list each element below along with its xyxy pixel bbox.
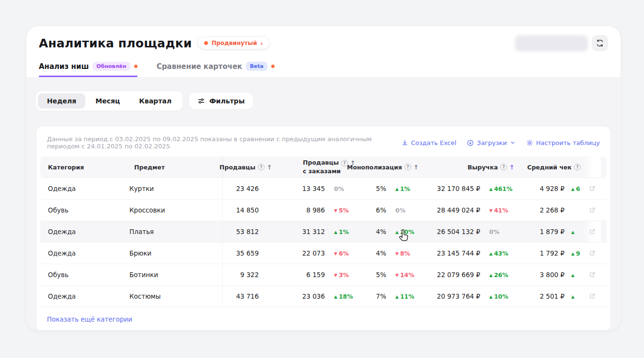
updated-badge: Обновлён bbox=[92, 62, 130, 71]
external-link-icon bbox=[589, 250, 596, 257]
cell-sellers-with-orders: 22 073 bbox=[262, 249, 328, 257]
sort-arrow-icon[interactable]: ↑ bbox=[267, 164, 272, 171]
table-row[interactable]: Одежда Платья 53 812 31 312 ▲1% 4% ▲20% … bbox=[40, 221, 607, 242]
help-icon[interactable]: ? bbox=[258, 164, 264, 170]
create-excel-label: Создать Excel bbox=[411, 139, 457, 146]
cell-item: Костюмы bbox=[126, 292, 222, 300]
table-card: Данные за период с 03.02.2025 по 09.02.2… bbox=[36, 126, 611, 330]
help-icon[interactable]: ? bbox=[574, 164, 581, 170]
cell-sellers-with-orders: 13 345 bbox=[262, 185, 328, 192]
downloads-dropdown[interactable]: Загрузки bbox=[467, 139, 515, 146]
plan-dot-icon bbox=[204, 41, 208, 45]
beta-badge: Beta bbox=[246, 62, 267, 71]
help-icon[interactable]: ? bbox=[404, 164, 411, 170]
period-week-button[interactable]: Неделя bbox=[38, 93, 85, 109]
open-item-link[interactable] bbox=[584, 221, 601, 242]
sort-arrow-icon[interactable]: ↑ bbox=[414, 164, 419, 171]
cell-revenue: 32 170 845 ₽ bbox=[422, 185, 483, 192]
cell-avg-check-change: ▲ bbox=[567, 228, 584, 235]
notification-dot-icon bbox=[271, 65, 275, 68]
cell-revenue: 23 145 744 ₽ bbox=[422, 249, 483, 257]
plan-badge[interactable]: Продвинутый › bbox=[198, 37, 268, 49]
cell-sellers-with-orders: 31 312 bbox=[262, 228, 328, 235]
sort-arrow-active-icon[interactable]: ↑ bbox=[509, 164, 515, 171]
period-segmented-control: Неделя Месяц Квартал bbox=[36, 91, 183, 111]
show-more-categories-link[interactable]: Показать ещё категории bbox=[47, 315, 132, 323]
tab-card-comparison[interactable]: Сравнение карточек Beta bbox=[157, 62, 275, 77]
cell-sellers-with-orders-change: 0% bbox=[328, 185, 358, 192]
table-row[interactable]: Одежда Костюмы 43 716 23 036 ▲18% 7% ▲11… bbox=[40, 285, 607, 307]
period-controls: Неделя Месяц Квартал Фильтры bbox=[36, 91, 611, 111]
notification-dot-icon bbox=[134, 65, 138, 68]
open-item-link[interactable] bbox=[584, 178, 601, 199]
cell-avg-check: 1 879 ₽ bbox=[518, 228, 567, 235]
cell-revenue: 22 079 669 ₽ bbox=[422, 271, 483, 279]
cell-category: Обувь bbox=[40, 271, 126, 279]
page-title: Аналитика площадки bbox=[39, 36, 192, 50]
cell-avg-check: 2 268 ₽ bbox=[518, 206, 567, 214]
table-row[interactable]: Обувь Ботинки 9 322 6 159 ▼3% 5% ▼14% 22… bbox=[40, 264, 607, 285]
cell-revenue-change: ▲461% bbox=[483, 185, 518, 192]
cell-sellers: 35 659 bbox=[222, 243, 262, 264]
cell-monopolization-change: ▼14% bbox=[389, 271, 422, 279]
chevron-right-icon: › bbox=[260, 40, 263, 46]
cell-monopolization: 7% bbox=[358, 292, 389, 300]
col-monopolization: Монополизация ? ↑ bbox=[358, 164, 422, 171]
col-category: Категория bbox=[40, 164, 126, 171]
filters-button[interactable]: Фильтры bbox=[189, 93, 253, 109]
downloads-label: Загрузки bbox=[477, 139, 506, 146]
col-sellers-with-orders: Продавцы ? ↑ с заказами bbox=[275, 159, 358, 175]
cell-monopolization-change: ▲20% bbox=[389, 228, 422, 235]
cell-avg-check: 4 928 ₽ bbox=[518, 185, 567, 192]
card-header: Аналитика площадки Продвинутый › Анализ … bbox=[26, 26, 621, 77]
cell-avg-check: 3 800 ₽ bbox=[518, 271, 567, 279]
cell-sellers: 53 812 bbox=[222, 221, 262, 242]
cell-monopolization-change: ▲1% bbox=[389, 185, 422, 192]
table-row[interactable]: Обувь Кроссовки 14 850 8 986 ▼5% 6% 0% 2… bbox=[40, 199, 607, 221]
create-excel-button[interactable]: Создать Excel bbox=[402, 139, 457, 146]
open-item-link[interactable] bbox=[584, 200, 601, 221]
external-link-icon bbox=[589, 185, 596, 192]
help-icon[interactable]: ? bbox=[500, 164, 507, 170]
period-month-button[interactable]: Месяц bbox=[86, 93, 129, 109]
cell-monopolization: 4% bbox=[358, 249, 389, 257]
configure-table-button[interactable]: Настроить таблицу bbox=[526, 139, 600, 146]
col-avg-check: Средний чек ? bbox=[518, 164, 584, 171]
table-row[interactable]: Одежда Куртки 23 426 13 345 0% 5% ▲1% 32… bbox=[40, 178, 607, 199]
cell-item: Брюки bbox=[126, 249, 222, 257]
cell-avg-check-change: ▲9 bbox=[567, 250, 584, 257]
tab-niche-analysis[interactable]: Анализ ниш Обновлён bbox=[39, 62, 138, 77]
tab-label: Анализ ниш bbox=[39, 62, 89, 71]
chevron-down-icon bbox=[510, 140, 516, 145]
gear-icon bbox=[526, 139, 533, 146]
cell-item: Ботинки bbox=[126, 271, 222, 279]
refresh-icon bbox=[596, 39, 604, 47]
open-item-link[interactable] bbox=[584, 286, 601, 307]
configure-table-label: Настроить таблицу bbox=[536, 139, 600, 146]
cell-sellers-with-orders-change: ▼3% bbox=[328, 271, 358, 279]
cell-category: Одежда bbox=[40, 249, 126, 257]
download-circle-icon bbox=[467, 139, 474, 146]
period-quarter-button[interactable]: Квартал bbox=[130, 93, 181, 109]
refresh-button[interactable] bbox=[592, 35, 608, 51]
download-icon bbox=[402, 139, 408, 146]
sliders-icon bbox=[197, 97, 205, 105]
card-content: Неделя Месяц Квартал Фильтры Данные за п… bbox=[26, 77, 621, 330]
cell-monopolization-change: ▼8% bbox=[389, 250, 422, 257]
cell-revenue: 20 973 764 ₽ bbox=[422, 292, 483, 300]
external-link-icon bbox=[589, 271, 596, 278]
cell-sellers-with-orders-change: ▲18% bbox=[328, 293, 358, 300]
open-item-link[interactable] bbox=[584, 264, 601, 285]
external-link-icon bbox=[589, 207, 596, 213]
cell-category: Одежда bbox=[40, 185, 126, 192]
tabs: Анализ ниш Обновлён Сравнение карточек B… bbox=[39, 62, 608, 77]
table-body: Одежда Куртки 23 426 13 345 0% 5% ▲1% 32… bbox=[40, 178, 607, 307]
cell-avg-check: 1 792 ₽ bbox=[518, 249, 567, 257]
cell-revenue-change: ▲43% bbox=[483, 250, 518, 257]
table-row[interactable]: Одежда Брюки 35 659 22 073 ▼6% 4% ▼8% 23… bbox=[40, 242, 607, 264]
cell-sellers-with-orders: 23 036 bbox=[262, 292, 328, 300]
cell-sellers-with-orders-change: ▲1% bbox=[328, 228, 358, 235]
open-item-link[interactable] bbox=[584, 243, 601, 264]
col-link bbox=[584, 157, 601, 178]
cell-revenue: 28 449 024 ₽ bbox=[422, 206, 483, 214]
